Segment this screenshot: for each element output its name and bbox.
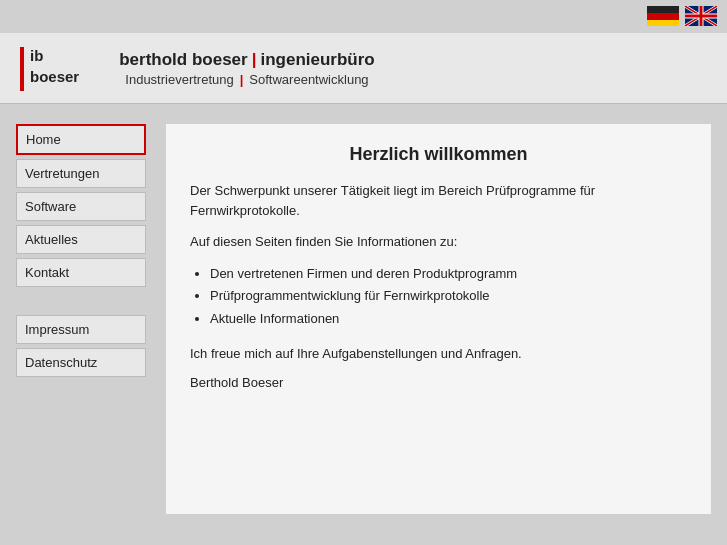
sidebar-nav-item-software[interactable]: Software [16,192,146,221]
content-area: Herzlich willkommen Der Schwerpunkt unse… [166,124,711,514]
content-list: Den vertretenen Firmen und deren Produkt… [190,264,687,330]
list-item-1: Prüfprogrammentwicklung für Fernwirkprot… [210,286,687,307]
list-item-2: Aktuelle Informationen [210,309,687,330]
subtitle2: Softwareentwicklung [249,72,368,87]
nav-spacer [16,291,146,311]
logo-line2: boeser [30,66,79,87]
sidebar-nav-item-home[interactable]: Home [16,124,146,155]
main-layout: HomeVertretungenSoftwareAktuellesKontakt… [0,104,727,534]
logo: ib boeser [20,45,79,91]
sidebar-nav-item-vertretungen[interactable]: Vertretungen [16,159,146,188]
company-subtitle-line: Industrievertretung | Softwareentwicklun… [119,72,375,87]
flag-gb-link[interactable] [685,6,717,29]
content-closing: Ich freue mich auf Ihre Aufgabenstellung… [190,344,687,364]
flag-de-icon [647,6,679,26]
sidebar: HomeVertretungenSoftwareAktuellesKontakt… [16,124,146,514]
company-name1: berthold boeser [119,50,247,70]
content-intro: Der Schwerpunkt unserer Tätigkeit liegt … [190,181,687,220]
logo-bar-accent [20,47,24,91]
sidebar-nav-item-kontakt[interactable]: Kontakt [16,258,146,287]
svg-rect-0 [647,6,679,13]
subtitle-separator: | [240,72,244,87]
nav-group-main: HomeVertretungenSoftwareAktuellesKontakt [16,124,146,287]
flag-gb-icon [685,6,717,26]
list-item-0: Den vertretenen Firmen und deren Produkt… [210,264,687,285]
svg-rect-2 [647,20,679,26]
company-name2: ingenieurbüro [260,50,374,70]
header: ib boeser berthold boeser | ingenieurbür… [0,33,727,104]
content-title: Herzlich willkommen [190,144,687,165]
content-list-intro: Auf diesen Seiten finden Sie Information… [190,232,687,252]
company-name-block: berthold boeser | ingenieurbüro Industri… [119,50,375,87]
content-signature: Berthold Boeser [190,375,687,390]
sidebar-footer-item-datenschutz[interactable]: Datenschutz [16,348,146,377]
nav-group-footer: ImpressumDatenschutz [16,315,146,377]
sidebar-footer-item-impressum[interactable]: Impressum [16,315,146,344]
svg-rect-1 [647,13,679,20]
company-title-line: berthold boeser | ingenieurbüro [119,50,375,70]
sidebar-nav-item-aktuelles[interactable]: Aktuelles [16,225,146,254]
flags-bar [0,0,727,33]
flag-de-link[interactable] [647,6,679,29]
logo-text: ib boeser [30,45,79,87]
logo-line1: ib [30,45,79,66]
title-separator: | [252,50,257,70]
subtitle1: Industrievertretung [125,72,233,87]
